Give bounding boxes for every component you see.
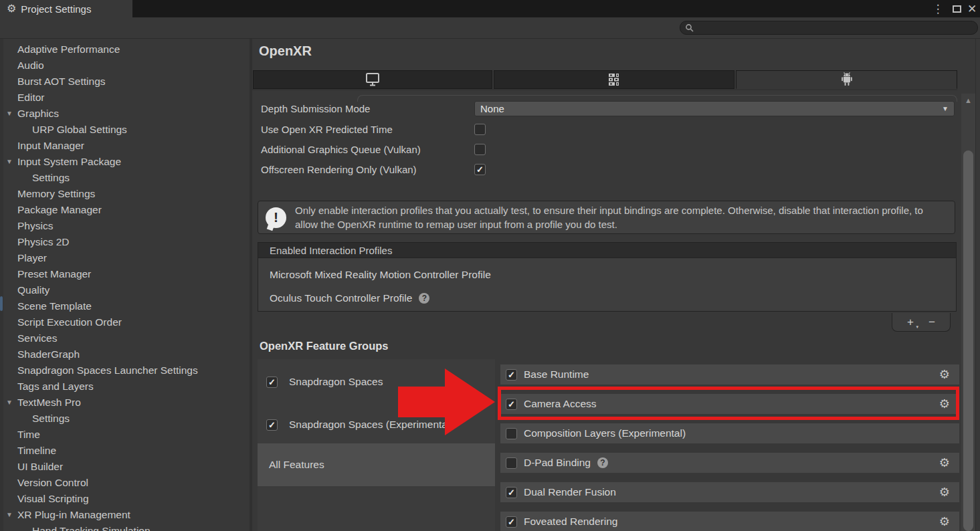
search-input[interactable] — [694, 23, 962, 33]
project-settings-tab[interactable]: ⚙ Project Settings — [0, 0, 132, 17]
sidebar-scrollbar-thumb[interactable] — [0, 296, 3, 311]
help-icon[interactable]: ? — [419, 293, 429, 304]
feature-checkbox[interactable]: ✓ — [506, 428, 517, 439]
warning-info-icon: ! — [266, 207, 286, 228]
sidebar-item[interactable]: Editor — [3, 90, 250, 106]
feature-row[interactable]: ✓Foveated Rendering⚙ — [500, 512, 959, 531]
monitor-icon — [365, 72, 381, 87]
tab-universal-windows[interactable] — [494, 70, 734, 89]
sidebar-item[interactable]: ▼TextMesh Pro — [3, 395, 250, 411]
profile-item[interactable]: Oculus Touch Controller Profile? — [270, 291, 429, 306]
sidebar-item[interactable]: Memory Settings — [3, 186, 250, 202]
feature-settings-gear-icon[interactable]: ⚙ — [939, 398, 950, 410]
sidebar-item[interactable]: Visual Scripting — [3, 491, 250, 507]
feature-row[interactable]: ✓D-Pad Binding?⚙ — [500, 453, 959, 473]
sidebar-item[interactable]: ▼Input System Package — [3, 154, 250, 170]
remove-profile-button[interactable]: − — [928, 316, 935, 328]
feature-row[interactable]: ✓Composition Layers (Experimental) — [500, 423, 959, 443]
sidebar-item-label: Snapdragon Spaces Launcher Settings — [17, 364, 198, 376]
sidebar-item[interactable]: Package Manager — [3, 202, 250, 218]
sidebar-item[interactable]: ▼XR Plug-in Management — [3, 507, 250, 523]
sidebar-item-label: Time — [17, 429, 40, 440]
feature-group-checkbox[interactable]: ✓ — [266, 419, 278, 431]
sidebar-item[interactable]: Script Execution Order — [3, 314, 250, 330]
search-box[interactable] — [680, 21, 978, 35]
sidebar-item[interactable]: Preset Manager — [3, 266, 250, 282]
feature-checkbox[interactable]: ✓ — [506, 516, 517, 528]
foldout-arrow-icon[interactable]: ▼ — [6, 507, 13, 523]
setting-checkbox[interactable]: ✓ — [474, 144, 486, 155]
sidebar-item[interactable]: Burst AOT Settings — [3, 74, 250, 90]
sidebar-item[interactable]: Tags and Layers — [3, 379, 250, 395]
feature-group-item[interactable]: ✓Snapdragon Spaces — [258, 373, 495, 391]
foldout-arrow-icon[interactable]: ▼ — [6, 106, 13, 122]
close-button[interactable]: ✕ — [964, 0, 980, 17]
window-menu-button[interactable]: ⋮ — [930, 0, 946, 17]
feature-row[interactable]: ✓Dual Render Fusion⚙ — [500, 482, 959, 502]
sidebar-item[interactable]: Adaptive Performance — [3, 41, 250, 58]
feature-groups-list: All Features ✓Snapdragon Spaces✓Snapdrag… — [258, 359, 495, 531]
sidebar-list: Adaptive PerformanceAudioBurst AOT Setti… — [3, 41, 250, 531]
feature-settings-gear-icon[interactable]: ⚙ — [939, 486, 950, 498]
sidebar-item-label: Script Execution Order — [17, 316, 122, 328]
feature-settings-gear-icon[interactable]: ⚙ — [939, 368, 950, 381]
feature-label: Base Runtime — [524, 368, 589, 381]
feature-group-item[interactable]: ✓Snapdragon Spaces (Experimental) — [258, 415, 495, 434]
sidebar-item[interactable]: Scene Template — [3, 298, 250, 314]
sidebar-item-label: TextMesh Pro — [17, 397, 81, 408]
feature-checkbox[interactable]: ✓ — [506, 399, 517, 410]
sidebar-item[interactable]: Timeline — [3, 443, 250, 459]
sidebar-item-label: Scene Template — [17, 300, 92, 312]
feature-checkbox[interactable]: ✓ — [506, 487, 517, 498]
interaction-profiles-list: Microsoft Mixed Reality Motion Controlle… — [258, 258, 957, 312]
maximize-icon — [953, 5, 961, 13]
sidebar-item[interactable]: Time — [3, 427, 250, 443]
feature-settings-gear-icon[interactable]: ⚙ — [939, 516, 950, 528]
tab-standalone[interactable] — [253, 70, 492, 89]
sidebar-item[interactable]: Snapdragon Spaces Launcher Settings — [3, 362, 250, 379]
sidebar-item[interactable]: ▼Graphics — [3, 106, 250, 122]
sidebar-item[interactable]: UI Builder — [3, 459, 250, 475]
feature-group-label: Snapdragon Spaces (Experimental) — [289, 419, 454, 431]
profile-item[interactable]: Microsoft Mixed Reality Motion Controlle… — [270, 268, 491, 282]
add-profile-button[interactable]: + ▾ — [907, 316, 914, 328]
sidebar-item[interactable]: Physics 2D — [3, 234, 250, 250]
feature-checkbox[interactable]: ✓ — [506, 457, 517, 469]
sidebar-item-label: Editor — [17, 92, 45, 103]
feature-group-label: Snapdragon Spaces — [289, 376, 383, 388]
sidebar-item[interactable]: Quality — [3, 282, 250, 298]
feature-groups-heading: OpenXR Feature Groups — [260, 340, 389, 352]
setting-checkbox[interactable]: ✓ — [474, 164, 486, 175]
sidebar-item[interactable]: Services — [3, 330, 250, 346]
feature-row[interactable]: ✓Camera Access⚙ — [500, 394, 959, 414]
sidebar-item[interactable]: Audio — [3, 58, 250, 74]
setting-checkbox[interactable]: ✓ — [474, 124, 486, 135]
help-icon[interactable]: ? — [597, 457, 608, 468]
sidebar-item[interactable]: Hand Tracking Simulation — [3, 523, 250, 531]
sidebar-item-label: Hand Tracking Simulation — [32, 525, 151, 531]
sidebar-item[interactable]: Settings — [3, 170, 250, 186]
sidebar-item[interactable]: Settings — [3, 411, 250, 427]
sidebar-item[interactable]: Player — [3, 250, 250, 266]
setting-label: Use Open XR Predicted Time — [261, 124, 474, 135]
android-icon — [839, 72, 855, 88]
sidebar-item[interactable]: ShaderGraph — [3, 346, 250, 362]
feature-checkbox[interactable]: ✓ — [506, 369, 517, 381]
tiles-icon — [606, 72, 622, 87]
sidebar-item[interactable]: Version Control — [3, 475, 250, 491]
main-scrollbar[interactable]: ▲ — [961, 94, 975, 531]
foldout-arrow-icon[interactable]: ▼ — [6, 154, 13, 170]
sidebar-item[interactable]: Input Manager — [3, 138, 250, 154]
tab-android[interactable] — [736, 70, 957, 89]
depth-submission-dropdown[interactable]: None▼ — [474, 101, 955, 116]
scroll-up-arrow-icon[interactable]: ▲ — [961, 96, 975, 104]
all-features-item[interactable]: All Features — [258, 443, 495, 486]
maximize-button[interactable] — [949, 0, 965, 17]
feature-settings-gear-icon[interactable]: ⚙ — [939, 457, 950, 469]
feature-group-checkbox[interactable]: ✓ — [266, 377, 278, 388]
sidebar-item[interactable]: URP Global Settings — [3, 122, 250, 138]
main-scrollbar-thumb[interactable] — [963, 150, 973, 531]
foldout-arrow-icon[interactable]: ▼ — [6, 395, 13, 411]
sidebar-item[interactable]: Physics — [3, 218, 250, 234]
feature-row[interactable]: ✓Base Runtime⚙ — [500, 364, 959, 385]
